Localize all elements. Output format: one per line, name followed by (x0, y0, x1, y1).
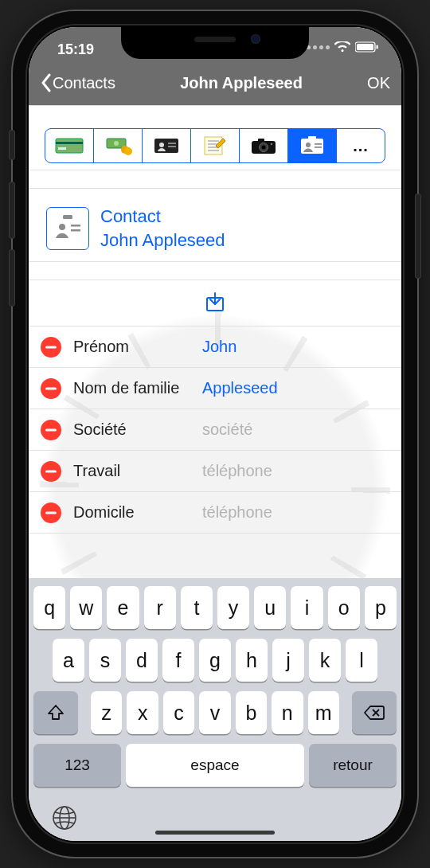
delete-field-button[interactable] (40, 502, 62, 524)
credit-card-icon (55, 136, 84, 155)
tab-camera[interactable] (239, 129, 287, 162)
tab-more[interactable]: ... (336, 129, 385, 162)
backspace-icon (363, 704, 385, 721)
key-c[interactable]: c (163, 691, 194, 734)
field-input[interactable] (202, 338, 401, 356)
svg-point-7 (114, 141, 119, 146)
ok-button[interactable]: OK (367, 74, 390, 92)
key-p[interactable]: p (365, 586, 397, 629)
key-i[interactable]: i (291, 586, 322, 629)
svg-rect-29 (315, 143, 322, 145)
field-row: Société (29, 409, 401, 451)
svg-rect-35 (71, 225, 80, 227)
svg-point-9 (124, 147, 132, 155)
field-label: Société (68, 420, 196, 439)
svg-rect-5 (58, 147, 66, 150)
keyboard[interactable]: qwertyuiop asdfghjkl zxcvbnm 123 espace … (29, 578, 401, 841)
key-k[interactable]: k (309, 639, 341, 682)
key-v[interactable]: v (199, 691, 230, 734)
shift-icon (46, 703, 65, 722)
id-card-icon (152, 136, 181, 155)
svg-point-34 (59, 224, 65, 230)
field-input[interactable] (202, 379, 401, 397)
minus-circle-icon (40, 502, 62, 524)
field-row: Travail (29, 451, 401, 492)
numbers-key[interactable]: 123 (33, 744, 121, 787)
shift-key[interactable] (33, 691, 78, 734)
globe-icon (51, 804, 78, 831)
svg-point-23 (271, 143, 273, 146)
status-time: 15:19 (57, 41, 94, 58)
svg-rect-47 (45, 511, 57, 514)
field-label: Prénom (68, 338, 196, 356)
key-o[interactable]: o (328, 586, 360, 629)
tab-notes[interactable] (190, 129, 239, 162)
key-l[interactable]: l (346, 639, 377, 682)
minus-circle-icon (40, 377, 62, 400)
svg-rect-3 (56, 139, 83, 153)
key-x[interactable]: x (127, 691, 158, 734)
nav-title: John Appleseed (180, 74, 303, 92)
delete-field-button[interactable] (40, 377, 62, 400)
key-r[interactable]: r (144, 586, 176, 629)
backspace-key[interactable] (352, 691, 397, 734)
contact-icon (299, 135, 326, 156)
notes-icon (203, 135, 227, 156)
svg-rect-20 (258, 139, 264, 142)
key-a[interactable]: a (53, 639, 84, 682)
svg-point-28 (306, 143, 311, 147)
svg-rect-32 (63, 215, 72, 219)
svg-rect-41 (45, 387, 57, 389)
key-h[interactable]: h (236, 639, 268, 682)
tab-credit-card[interactable] (45, 129, 93, 162)
svg-point-22 (262, 146, 266, 150)
key-q[interactable]: q (33, 586, 65, 629)
field-input[interactable] (202, 462, 401, 480)
download-icon (203, 290, 227, 314)
field-row: Domicile (29, 492, 401, 534)
field-input[interactable] (202, 503, 401, 522)
home-indicator[interactable] (155, 831, 275, 835)
key-f[interactable]: f (162, 639, 194, 682)
wifi-icon (334, 41, 350, 53)
back-button[interactable]: Contacts (40, 73, 115, 92)
return-key[interactable]: retour (309, 744, 397, 787)
space-key[interactable]: espace (126, 744, 304, 787)
key-s[interactable]: s (89, 639, 121, 682)
key-y[interactable]: y (217, 586, 249, 629)
key-n[interactable]: n (272, 691, 303, 734)
camera-icon (250, 136, 277, 155)
more-icon: ... (353, 137, 369, 155)
contact-name[interactable]: John Appleseed (100, 229, 225, 252)
tab-id-card[interactable] (142, 129, 190, 162)
svg-rect-12 (168, 143, 176, 144)
key-e[interactable]: e (107, 586, 139, 629)
tab-money[interactable] (93, 129, 142, 162)
field-input[interactable] (202, 420, 401, 439)
delete-field-button[interactable] (40, 460, 62, 483)
delete-field-button[interactable] (40, 419, 62, 441)
key-m[interactable]: m (308, 691, 339, 734)
import-button[interactable] (203, 290, 227, 317)
svg-rect-43 (45, 428, 57, 431)
tab-contact[interactable] (287, 129, 336, 162)
chevron-left-icon (40, 73, 53, 92)
globe-key[interactable] (51, 804, 78, 831)
category-segmented-control[interactable]: ... (45, 128, 385, 163)
contact-avatar-placeholder[interactable] (46, 207, 89, 250)
key-t[interactable]: t (181, 586, 213, 629)
delete-field-button[interactable] (40, 336, 62, 358)
key-w[interactable]: w (70, 586, 102, 629)
key-u[interactable]: u (254, 586, 286, 629)
key-j[interactable]: j (272, 639, 304, 682)
svg-rect-30 (315, 147, 322, 148)
key-g[interactable]: g (199, 639, 231, 682)
key-z[interactable]: z (91, 691, 122, 734)
svg-rect-13 (168, 146, 176, 147)
battery-icon (355, 41, 379, 53)
contact-type-label[interactable]: Contact (100, 205, 225, 229)
field-row: Prénom (29, 326, 401, 368)
svg-rect-25 (308, 136, 316, 139)
key-d[interactable]: d (126, 639, 158, 682)
key-b[interactable]: b (236, 691, 267, 734)
